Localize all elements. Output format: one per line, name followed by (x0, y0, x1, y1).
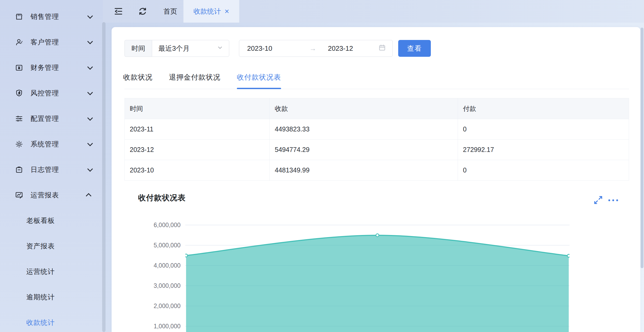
topbar-tab-home[interactable]: 首页 (154, 0, 186, 23)
sidebar-subitem-operation-stats[interactable]: 运营统计 (0, 259, 103, 284)
collapse-sidebar-button[interactable] (113, 6, 123, 16)
topbar-tab-label: 收款统计 (193, 7, 221, 16)
range-arrow-icon: → (304, 44, 322, 53)
topbar-tab-label: 首页 (163, 7, 177, 16)
chevron-down-icon (87, 166, 93, 172)
sidebar: 销售管理 客户管理 财务管理 风控 (0, 0, 103, 332)
user-icon (14, 38, 23, 47)
table-cell: 272992.17 (458, 140, 629, 160)
column-header-received: 收款 (270, 98, 458, 119)
sidebar-item-label: 销售管理 (31, 12, 59, 21)
table-cell: 5494774.29 (270, 140, 458, 160)
table-cell: 4481349.99 (270, 160, 458, 181)
expand-arrows-icon (593, 195, 603, 205)
main-content-card: 时间 最近3个月 2023-10 → 2023-12 查看 收款状况 退押金付款… (112, 27, 640, 332)
log-box-icon (14, 165, 23, 174)
table-cell: 0 (458, 119, 629, 140)
gear-icon (14, 140, 23, 149)
topbar: 首页 收款统计 × (103, 0, 644, 23)
sidebar-item-label: 系统管理 (31, 140, 59, 149)
table-cell: 2023-12 (125, 140, 270, 160)
sidebar-item-finance[interactable]: 财务管理 (0, 55, 103, 80)
sliders-icon (14, 114, 23, 123)
y-axis-tick: 6,000,000 (112, 221, 181, 229)
sidebar-subitem-boss-board[interactable]: 老板看板 (0, 208, 103, 233)
sidebar-subitem-label: 老板看板 (26, 216, 55, 225)
sidebar-item-label: 日志管理 (31, 165, 59, 174)
y-axis-tick: 3,000,000 (112, 282, 181, 290)
table-cell: 2023-10 (125, 160, 270, 181)
sidebar-item-logs[interactable]: 日志管理 (0, 157, 103, 182)
table-cell: 2023-11 (125, 119, 270, 140)
sidebar-subitem-label: 逾期统计 (26, 293, 55, 302)
calendar-icon (378, 44, 386, 53)
table-cell: 0 (458, 160, 629, 181)
sidebar-item-label: 运营报表 (31, 191, 59, 200)
sidebar-item-risk[interactable]: 风控管理 (0, 80, 103, 106)
report-board-icon (14, 191, 23, 200)
sidebar-item-label: 财务管理 (31, 63, 59, 72)
chevron-down-icon (87, 39, 93, 44)
ellipsis-icon (607, 197, 619, 204)
tab-label: 收付款状况表 (237, 73, 281, 82)
chevron-down-icon (87, 115, 93, 121)
table-cell: 4493823.33 (270, 119, 458, 140)
sidebar-item-reports[interactable]: 运营报表 (0, 182, 103, 208)
sidebar-scrollbar-thumb[interactable] (102, 22, 106, 332)
menu-fold-icon (113, 6, 123, 16)
sidebar-item-system[interactable]: 系统管理 (0, 131, 103, 157)
date-start-input[interactable]: 2023-10 (247, 44, 304, 53)
y-axis-tick: 1,000,000 (112, 322, 181, 330)
tab-payment-status-table[interactable]: 收付款状况表 (237, 70, 281, 89)
tab-deposit-refund-status[interactable]: 退押金付款状况 (169, 70, 221, 89)
column-header-paid: 付款 (458, 98, 629, 119)
refresh-button[interactable] (138, 6, 148, 16)
date-range-picker[interactable]: 2023-10 → 2023-12 (239, 40, 393, 57)
column-header-time: 时间 (125, 98, 270, 119)
sidebar-subitem-label: 收款统计 (26, 318, 55, 327)
chart-expand-button[interactable] (593, 195, 603, 205)
shield-bolt-icon (14, 89, 23, 98)
content-tabs: 收款状况 退押金付款状况 收付款状况表 (123, 70, 281, 89)
tab-label: 收款状况 (123, 73, 153, 82)
sidebar-subitem-asset-report[interactable]: 资产报表 (0, 233, 103, 259)
sidebar-subitem-label: 资产报表 (26, 242, 55, 251)
payments-table: 时间 收款 付款 2023-11 4493823.33 0 2023-12 54… (124, 98, 629, 181)
y-axis-tick: 2,000,000 (112, 302, 181, 310)
y-axis-tick: 4,000,000 (112, 262, 181, 269)
chevron-up-icon (86, 193, 91, 199)
sidebar-item-config[interactable]: 配置管理 (0, 106, 103, 131)
chevron-down-icon (87, 90, 93, 95)
sidebar-item-sales[interactable]: 销售管理 (0, 4, 103, 29)
area-chart-svg (185, 222, 570, 332)
sidebar-subitem-label: 运营统计 (26, 267, 55, 276)
store-icon (14, 12, 23, 21)
sidebar-item-label: 风控管理 (31, 89, 59, 98)
date-end-input[interactable]: 2023-12 (322, 44, 378, 53)
time-filter-label: 时间 (124, 40, 152, 57)
chevron-down-icon (87, 141, 93, 146)
topbar-tab-collection-stats[interactable]: 收款统计 × (183, 0, 239, 23)
refresh-icon (138, 6, 148, 16)
sidebar-menu: 销售管理 客户管理 财务管理 风控 (0, 4, 103, 332)
tab-collection-status[interactable]: 收款状况 (123, 70, 153, 89)
app-root: 销售管理 客户管理 财务管理 风控 (0, 0, 644, 332)
chevron-down-icon (87, 64, 93, 70)
sidebar-subitem-overdue-stats[interactable]: 逾期统计 (0, 284, 103, 310)
sidebar-item-label: 客户管理 (31, 38, 59, 47)
chevron-down-icon (217, 44, 223, 53)
view-button[interactable]: 查看 (398, 40, 431, 57)
time-range-select-value: 最近3个月 (158, 44, 189, 53)
y-axis-tick: 5,000,000 (112, 241, 181, 249)
time-range-select[interactable]: 最近3个月 (152, 40, 229, 57)
tab-label: 退押金付款状况 (169, 73, 221, 82)
page-scrollbar-thumb[interactable] (641, 28, 643, 268)
sidebar-item-label: 配置管理 (31, 114, 59, 123)
sidebar-subitem-collection-stats[interactable]: 收款统计 (0, 310, 103, 332)
close-tab-icon[interactable]: × (224, 7, 229, 15)
money-icon (14, 63, 23, 72)
sidebar-item-customers[interactable]: 客户管理 (0, 29, 103, 55)
chart-title: 收付款状况表 (138, 193, 186, 203)
chart-more-button[interactable] (607, 197, 619, 204)
chevron-down-icon (87, 13, 93, 19)
